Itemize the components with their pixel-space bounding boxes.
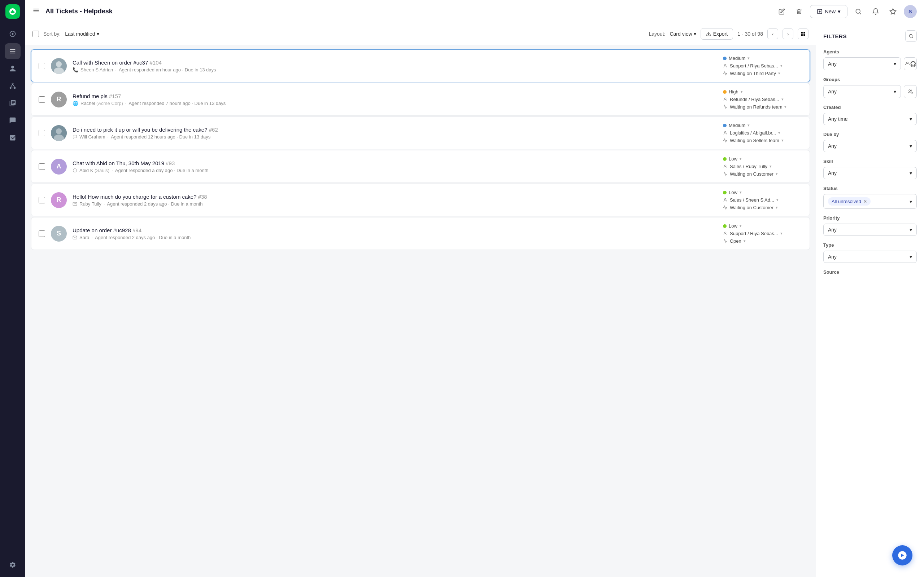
sidebar-item-network[interactable] — [5, 78, 21, 94]
team-chevron-icon: ▾ — [778, 131, 780, 135]
priority-tag[interactable]: Medium ▾ — [723, 56, 750, 61]
source-select[interactable] — [823, 278, 917, 282]
priority-filter-label: Priority — [823, 215, 917, 221]
ticket-checkbox[interactable] — [39, 230, 45, 237]
pagination-prev[interactable]: ‹ — [767, 29, 778, 39]
sidebar-item-book[interactable] — [5, 95, 21, 111]
team-label: Logisitics / Abigail.br... — [730, 130, 776, 135]
agent-icon — [723, 164, 728, 169]
ticket-checkbox[interactable] — [39, 197, 45, 203]
pagination-next[interactable]: › — [782, 29, 793, 39]
table-row[interactable]: Call with Sheen on order #uc37 #104 📞 Sh… — [31, 49, 810, 82]
new-button[interactable]: New ▾ — [810, 5, 848, 18]
grid-view-toggle[interactable] — [798, 29, 809, 39]
ticket-id: #104 — [149, 60, 162, 66]
sidebar-item-conversations[interactable] — [5, 113, 21, 128]
team-tag[interactable]: Logisitics / Abigail.br... ▾ — [723, 130, 780, 135]
skill-select[interactable]: Any ▾ — [823, 167, 917, 179]
svg-point-42 — [909, 90, 911, 92]
ai-icon[interactable] — [887, 5, 900, 18]
delete-icon[interactable] — [793, 5, 806, 18]
table-row[interactable]: S Update on order #uc928 #94 Sara · Agen… — [31, 217, 810, 250]
toolbar-right: Layout: Card view ▾ Export 1 - 30 of 98 … — [649, 28, 809, 40]
ticket-checkbox[interactable] — [39, 130, 45, 136]
ticket-time: Agent responded 2 days ago · Due in a mo… — [107, 201, 202, 206]
status-tag[interactable]: Open ▾ — [723, 239, 746, 244]
agents-addon-button[interactable]: 🎧 — [904, 57, 917, 70]
ticket-meta: Abid K (Sauls) · Agent responded a day a… — [73, 168, 717, 173]
priority-dot — [723, 157, 727, 161]
priority-tag[interactable]: Low ▾ — [723, 223, 742, 229]
select-all-checkbox[interactable] — [32, 31, 39, 37]
layout-select[interactable]: Card view ▾ — [670, 31, 696, 37]
ticket-info: Do i need to pick it up or will you be d… — [73, 127, 717, 140]
team-tag[interactable]: Refunds / Riya Sebas... ▾ — [723, 97, 783, 102]
sidebar-item-analytics[interactable] — [5, 130, 21, 146]
team-tag[interactable]: Support / Riya Sebas... ▾ — [723, 63, 782, 69]
status-remove-icon[interactable]: ✕ — [863, 199, 867, 204]
ticket-contact: Abid K (Sauls) — [79, 168, 109, 173]
table-row[interactable]: R Refund me pls #157 🌐 Rachel (Acme Corp… — [31, 83, 810, 116]
table-row[interactable]: Do i need to pick it up or will you be d… — [31, 116, 810, 149]
table-row[interactable]: A Chat with Abid on Thu, 30th May 2019 #… — [31, 150, 810, 183]
status-tag[interactable]: Waiting on Customer ▾ — [723, 171, 778, 177]
ticket-info: Chat with Abid on Thu, 30th May 2019 #93… — [73, 160, 717, 173]
sidebar-item-tickets[interactable] — [5, 43, 21, 59]
sidebar — [0, 0, 25, 577]
priority-label: High — [729, 89, 738, 95]
hamburger-icon[interactable] — [32, 7, 40, 16]
export-button[interactable]: Export — [701, 28, 733, 40]
status-tag[interactable]: Waiting on Sellers team ▾ — [723, 138, 783, 143]
sidebar-item-home[interactable] — [5, 26, 21, 42]
ticket-checkbox[interactable] — [39, 96, 45, 103]
groups-addon-button[interactable] — [904, 85, 917, 98]
status-filter-label: Status — [823, 186, 917, 191]
table-row[interactable]: R Hello! How much do you charge for a cu… — [31, 184, 810, 216]
sort-select[interactable]: Last modified ▾ — [65, 31, 99, 37]
app-logo[interactable] — [5, 4, 20, 19]
ticket-checkbox[interactable] — [39, 63, 45, 69]
svg-point-25 — [56, 61, 62, 67]
ticket-time: Agent responded 12 hours ago · Due in 13… — [111, 134, 210, 140]
priority-tag[interactable]: Low ▾ — [723, 156, 742, 161]
ticket-tags: Low ▾ Sales / Sheen S Ad... ▾ Waiting on… — [723, 190, 802, 210]
topbar: All Tickets - Helpdesk New ▾ S — [25, 0, 924, 23]
user-avatar[interactable]: S — [904, 5, 917, 18]
people-icon — [908, 89, 913, 94]
team-label: Support / Riya Sebas... — [730, 63, 778, 69]
agents-select[interactable]: Any ▾ — [823, 57, 901, 70]
filter-created: Created Any time ▾ — [823, 105, 917, 125]
priority-tag[interactable]: Low ▾ — [723, 190, 742, 195]
skill-chevron-icon: ▾ — [909, 170, 912, 176]
search-icon[interactable] — [852, 5, 865, 18]
team-tag[interactable]: Sales / Sheen S Ad... ▾ — [723, 197, 779, 203]
ticket-contact: Rachel (Acme Corp) — [81, 101, 123, 106]
type-select[interactable]: Any ▾ — [823, 251, 917, 263]
ticket-checkbox[interactable] — [39, 163, 45, 170]
ticket-id: #94 — [132, 227, 142, 233]
edit-icon[interactable] — [775, 5, 788, 18]
sidebar-item-contacts[interactable] — [5, 61, 21, 76]
created-select[interactable]: Any time ▾ — [823, 113, 917, 125]
status-tag[interactable]: Waiting on Customer ▾ — [723, 205, 778, 210]
sidebar-item-settings[interactable] — [5, 557, 21, 573]
status-tag[interactable]: Waiting on Refunds team ▾ — [723, 104, 787, 110]
svg-rect-3 — [10, 51, 16, 52]
priority-label: Medium — [729, 122, 745, 128]
filter-search-button[interactable] — [905, 30, 917, 42]
fab-button[interactable] — [892, 545, 913, 566]
agent-icon — [723, 231, 728, 236]
priority-tag[interactable]: Medium ▾ — [723, 122, 750, 128]
priority-select[interactable]: Any ▾ — [823, 224, 917, 236]
groups-select[interactable]: Any ▾ — [823, 85, 901, 98]
team-tag[interactable]: Support / Riya Sebas... ▾ — [723, 231, 782, 236]
notifications-icon[interactable] — [869, 5, 882, 18]
status-select[interactable]: All unresolved ✕ ▾ — [823, 194, 917, 209]
team-tag[interactable]: Sales / Ruby Tully ▾ — [723, 164, 772, 169]
team-label: Refunds / Riya Sebas... — [730, 97, 779, 102]
priority-tag[interactable]: High ▾ — [723, 89, 743, 95]
status-tag[interactable]: Waiting on Third Party ▾ — [723, 71, 780, 76]
dueby-select[interactable]: Any ▾ — [823, 140, 917, 152]
ticket-title: Update on order #uc928 #94 — [73, 227, 717, 233]
ticket-time: Agent responded 7 hours ago · Due in 13 … — [129, 101, 226, 106]
